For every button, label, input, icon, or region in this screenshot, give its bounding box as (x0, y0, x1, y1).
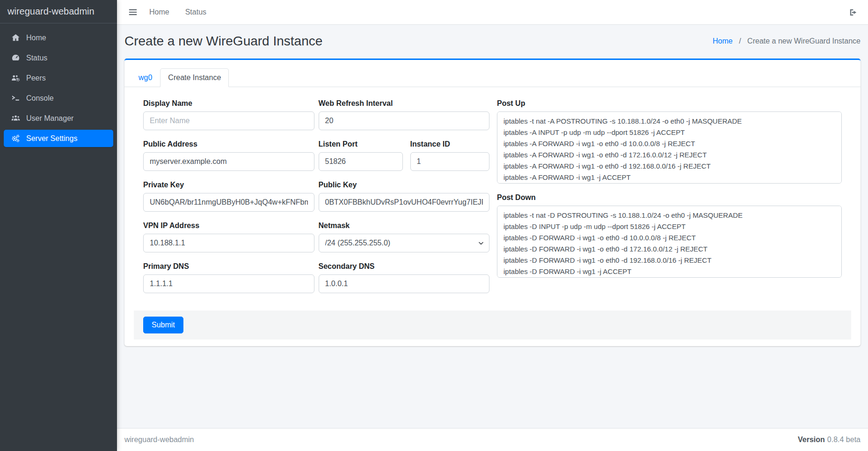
web-refresh-interval-input[interactable] (319, 111, 490, 130)
breadcrumb-separator: / (739, 37, 741, 45)
users-gear-icon (9, 74, 22, 82)
app-root: wireguard-webadmin Home Status (0, 0, 868, 451)
form-left-block: Display Name Web Refresh Interval Public… (143, 99, 489, 303)
users-icon (9, 114, 22, 123)
sidebar-nav: Home Status (0, 23, 117, 155)
instance-id-label: Instance ID (410, 140, 490, 148)
tab-wg0[interactable]: wg0 (131, 68, 160, 87)
private-key-input[interactable] (143, 193, 314, 212)
secondary-dns-label: Secondary DNS (319, 262, 490, 271)
primary-dns-label: Primary DNS (143, 262, 314, 271)
sidebar-item-label: User Manager (26, 114, 73, 123)
listen-port-input[interactable] (319, 152, 403, 171)
home-icon (9, 33, 22, 42)
topbar-link-status[interactable]: Status (177, 6, 214, 18)
form-right-block: Post Up iptables -t nat -A POSTROUTING -… (497, 99, 842, 303)
app-brand[interactable]: wireguard-webadmin (0, 0, 117, 23)
private-key-label: Private Key (143, 181, 314, 189)
public-key-input[interactable] (319, 193, 490, 212)
sidebar-item-user-manager[interactable]: User Manager (4, 110, 113, 127)
sidebar-item-console[interactable]: Console (4, 89, 113, 107)
breadcrumb-home-link[interactable]: Home (713, 37, 733, 45)
topbar: Home Status (117, 0, 868, 25)
footer-version-value: 0.8.4 beta (827, 436, 861, 444)
content-wrapper: Create a new WireGuard Instance Home / C… (117, 25, 868, 428)
netmask-label: Netmask (319, 222, 490, 230)
post-up-label: Post Up (497, 99, 842, 108)
sidebar-item-peers[interactable]: Peers (4, 69, 113, 87)
sign-out-icon[interactable] (846, 8, 861, 17)
content-header: Create a new WireGuard Instance Home / C… (117, 25, 868, 59)
card-body: Display Name Web Refresh Interval Public… (124, 87, 861, 346)
sidebar-item-status[interactable]: Status (4, 49, 113, 67)
vpn-ip-input[interactable] (143, 234, 314, 252)
main-column: Home Status Create a new WireGuard Insta… (117, 0, 868, 451)
display-name-label: Display Name (143, 99, 314, 108)
breadcrumb: Home / Create a new WireGuard Instance (713, 37, 861, 45)
web-refresh-interval-label: Web Refresh Interval (319, 99, 490, 108)
sidebar-item-server-settings[interactable]: Server Settings (4, 130, 113, 147)
hamburger-icon[interactable] (124, 7, 141, 17)
sidebar-item-label: Peers (26, 74, 46, 82)
primary-dns-input[interactable] (143, 274, 314, 293)
footer-brand: wireguard-webadmin (124, 436, 194, 444)
display-name-input[interactable] (143, 111, 314, 130)
sidebar-item-label: Console (26, 94, 54, 103)
post-up-textarea[interactable]: iptables -t nat -A POSTROUTING -s 10.188… (497, 111, 842, 184)
page-footer: wireguard-webadmin Version0.8.4 beta (117, 428, 868, 451)
secondary-dns-input[interactable] (319, 274, 490, 293)
sidebar-item-label: Home (26, 34, 46, 42)
gears-icon (9, 134, 22, 143)
topbar-link-home[interactable]: Home (141, 6, 177, 18)
post-down-textarea[interactable]: iptables -t nat -D POSTROUTING -s 10.188… (497, 206, 842, 278)
sidebar-item-label: Status (26, 54, 47, 62)
vpn-ip-label: VPN IP Address (143, 222, 314, 230)
gauge-icon (9, 53, 22, 62)
footer-version-label: Version (798, 436, 825, 444)
instance-id-input[interactable] (410, 152, 490, 171)
footer-version: Version0.8.4 beta (798, 436, 861, 444)
public-address-label: Public Address (143, 140, 314, 148)
submit-strip: Submit (134, 311, 851, 340)
listen-port-label: Listen Port (319, 140, 403, 148)
page-title: Create a new WireGuard Instance (124, 33, 322, 49)
netmask-select[interactable]: /24 (255.255.255.0) (319, 234, 490, 252)
public-key-label: Public Key (319, 181, 490, 189)
breadcrumb-current: Create a new WireGuard Instance (747, 37, 861, 45)
tab-create-instance[interactable]: Create Instance (160, 68, 229, 87)
create-instance-card: wg0 Create Instance Display Name Web (124, 59, 861, 346)
submit-button[interactable]: Submit (143, 317, 183, 333)
public-address-input[interactable] (143, 152, 314, 171)
post-down-label: Post Down (497, 193, 842, 202)
sidebar-item-label: Server Settings (26, 134, 77, 143)
sidebar-item-home[interactable]: Home (4, 29, 113, 46)
terminal-icon (9, 94, 22, 103)
instance-tabs: wg0 Create Instance (124, 60, 861, 87)
instance-form: Display Name Web Refresh Interval Public… (134, 99, 851, 303)
sidebar: wireguard-webadmin Home Status (0, 0, 117, 451)
